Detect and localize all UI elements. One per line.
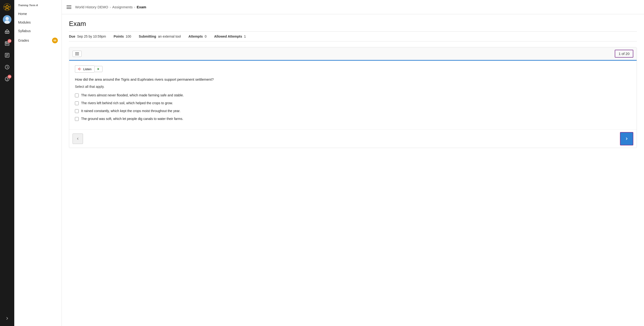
nav-item-schedule[interactable]: 13	[2, 38, 12, 49]
listen-button[interactable]: Listen	[75, 66, 94, 73]
help-badge: 10	[8, 75, 12, 79]
sidebar-item-modules[interactable]: Modules	[14, 18, 62, 27]
svg-rect-6	[5, 32, 9, 33]
quiz-toolbar: 1 of 20	[69, 47, 637, 61]
page-header: World History DEMO › Assignments › Exam	[62, 0, 644, 14]
page-title: Exam	[69, 20, 637, 28]
svg-point-4	[6, 17, 9, 20]
quiz-container: 1 of 20 Listen	[69, 47, 637, 148]
answer-label-3: It rained constantly, which kept the cro…	[81, 109, 180, 113]
breadcrumb-sep-2: ›	[134, 5, 135, 9]
svg-marker-21	[98, 68, 99, 70]
nav-item-grades[interactable]	[2, 50, 12, 61]
breadcrumb-course[interactable]: World History DEMO	[75, 5, 108, 9]
attempts-label: Attempts 0	[188, 35, 206, 38]
question-text: How did the area around the Tigris and E…	[75, 77, 631, 82]
svg-marker-20	[78, 68, 80, 70]
hamburger-menu-button[interactable]	[66, 6, 71, 9]
svg-rect-11	[6, 44, 7, 44]
submitting-label: Submitting an external tool	[139, 35, 181, 38]
assignment-meta-bar: Due Sep 25 by 10:59pm Points 100 Submitt…	[69, 32, 637, 41]
nav-item-home[interactable]	[2, 26, 12, 37]
listen-bar: Listen	[75, 66, 631, 73]
sidebar-item-syllabus[interactable]: Syllabus	[14, 27, 62, 35]
allowed-attempts-label: Allowed Attempts 1	[214, 35, 246, 38]
quiz-menu-button[interactable]	[72, 51, 82, 57]
prev-question-button[interactable]	[72, 134, 83, 144]
breadcrumb-sep-1: ›	[110, 5, 111, 9]
breadcrumb-assignments[interactable]: Assignments	[112, 5, 133, 9]
sidebar-item-home[interactable]: Home	[14, 10, 62, 18]
breadcrumb-current: Exam	[137, 5, 146, 9]
nav-item-history[interactable]	[2, 62, 12, 72]
quiz-footer	[69, 129, 637, 148]
question-instruction: Select all that apply.	[75, 85, 631, 89]
speaker-icon	[78, 67, 82, 71]
answer-checkbox-3[interactable]	[75, 109, 79, 113]
course-sidebar: Training Term A Home Modules Syllabus Gr…	[14, 0, 62, 326]
user-avatar[interactable]	[3, 15, 12, 24]
points-label: Points 100	[114, 35, 131, 38]
term-label: Training Term A	[14, 4, 62, 10]
answer-label-1: The rivers almost never flooded, which m…	[81, 93, 184, 97]
next-question-button[interactable]	[620, 132, 633, 145]
page-body: Exam Due Sep 25 by 10:59pm Points 100 Su…	[62, 14, 644, 326]
play-icon	[97, 68, 100, 71]
answer-option-4[interactable]: The ground was soft, which let people di…	[75, 117, 631, 121]
main-content: World History DEMO › Assignments › Exam …	[62, 0, 644, 326]
nav-item-help[interactable]: 10	[2, 74, 12, 84]
quiz-body: Listen How did the area around the Tigri…	[69, 61, 637, 129]
assignments-badge: 13	[8, 39, 12, 43]
app-logo[interactable]	[2, 3, 12, 12]
answer-option-2[interactable]: The rivers left behind rich soil, which …	[75, 101, 631, 105]
chevron-left-icon	[76, 137, 80, 141]
quiz-counter: 1 of 20	[615, 50, 633, 58]
answer-label-2: The rivers left behind rich soil, which …	[81, 101, 173, 105]
answer-option-1[interactable]: The rivers almost never flooded, which m…	[75, 93, 631, 97]
listen-play-button[interactable]	[94, 66, 102, 72]
sidebar-item-grades[interactable]: Grades 66	[14, 35, 62, 46]
answer-checkbox-2[interactable]	[75, 101, 79, 105]
chevron-right-icon	[624, 137, 629, 141]
answer-option-3[interactable]: It rained constantly, which kept the cro…	[75, 109, 631, 113]
svg-rect-12	[8, 44, 8, 44]
answer-checkbox-1[interactable]	[75, 94, 79, 97]
nav-rail: 13 10	[0, 0, 14, 326]
answer-label-4: The ground was soft, which let people di…	[81, 117, 183, 121]
breadcrumb: World History DEMO › Assignments › Exam	[75, 5, 146, 9]
due-label: Due Sep 25 by 10:59pm	[69, 35, 106, 38]
answer-checkbox-4[interactable]	[75, 117, 79, 121]
expand-nav-button[interactable]	[2, 313, 12, 323]
grades-badge: 66	[52, 38, 58, 43]
